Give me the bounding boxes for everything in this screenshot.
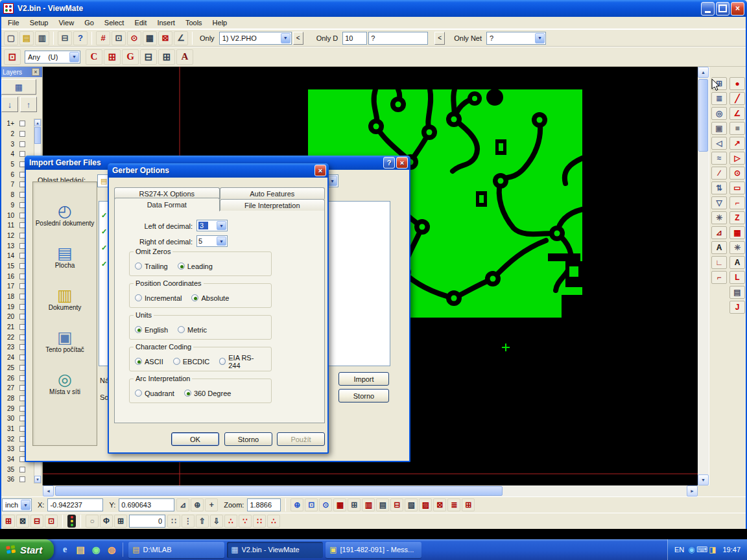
radio-incremental[interactable]: Incremental [135,294,182,302]
task-messenger[interactable]: ▣[191-482-091] - Mess... [326,542,421,558]
slope-icon[interactable]: ⊿ [176,498,189,511]
pad-view-icon[interactable]: ◎ [711,107,727,120]
select-a-icon[interactable]: A [176,49,193,65]
report-icon[interactable]: ≣ [447,498,460,511]
left-of-decimal-combo[interactable]: 3 ▼ [196,220,228,231]
text-tool-icon[interactable]: A [711,241,727,254]
select-g-icon[interactable]: G [122,49,139,65]
zoom-sel-icon[interactable]: ⊡ [305,498,318,511]
down-anchor-icon[interactable]: ⇩ [210,515,223,528]
snap1-icon[interactable]: ⊞ [2,515,15,528]
prev-dcode-button[interactable]: < [434,32,445,45]
layer-row-36[interactable]: 36 [0,474,33,485]
mask-grid-icon[interactable]: ⊠ [433,498,446,511]
radio-eia-rs-244[interactable]: EIA RS-244 [219,354,261,369]
tab-file-interpretation[interactable]: File Interpretation [220,199,326,211]
only-layer-label[interactable]: Only [200,34,215,42]
green-app-icon[interactable]: ◉ [89,542,103,557]
wave-tool-icon[interactable]: ≈ [711,152,727,165]
dcode-grid-icon[interactable]: ▦ [333,498,346,511]
layer-row-1[interactable]: 1+ [0,119,33,129]
traffic-light-icon[interactable] [67,515,76,528]
combo-arrow-icon[interactable]: ▼ [217,237,226,246]
app-titlebar[interactable]: V2.bin - ViewMate × [0,0,747,17]
layer-checkbox[interactable] [19,141,25,147]
rotate-tool-icon[interactable]: ◁ [711,137,727,150]
red-dots4-icon[interactable]: ∴ [267,515,280,528]
menu-select[interactable]: Select [99,18,130,28]
aperture-list-icon[interactable]: ⊡ [112,31,126,45]
rect-draw-icon[interactable]: ▭ [729,181,745,194]
menu-view[interactable]: View [53,18,79,28]
radio-leading[interactable]: Leading [178,262,213,270]
radio-trailing[interactable]: Trailing [135,262,168,270]
phi-icon[interactable]: Φ [100,515,113,528]
ie-icon[interactable]: e [58,542,72,557]
layer-grid-button[interactable]: ▦ [1,79,36,95]
pad-stack-icon[interactable]: ⊟ [140,49,157,65]
dialog-help-button[interactable]: ? [383,157,395,169]
layer-row-2[interactable]: 2 [0,129,33,139]
task-viewmate[interactable]: ▦V2.bin - ViewMate [227,542,323,558]
net-table-icon[interactable]: ⊟ [390,498,403,511]
x-coordinate-input[interactable] [47,498,103,511]
layer-checkbox[interactable] [19,476,25,482]
dcode-filter-input[interactable] [368,32,428,45]
menu-go[interactable]: Go [79,18,99,28]
polyline-draw-icon[interactable]: ∠ [729,107,745,120]
vertical-scrollbar[interactable]: ▲ ▼ [698,67,709,485]
layer-checkbox[interactable] [19,467,25,472]
menu-setup[interactable]: Setup [25,18,54,28]
scroll-down-icon[interactable]: ▼ [698,474,709,485]
radio-english[interactable]: English [135,326,168,334]
tab-data-format[interactable]: Data Format [114,198,220,211]
apply-button[interactable]: Použít [277,432,325,446]
import-button[interactable]: Import [338,372,389,386]
plot-icon[interactable]: ▤ [729,286,745,299]
net-table2-icon[interactable]: ▧ [405,498,418,511]
scroll-right-icon[interactable]: ► [687,485,698,496]
export-grid-icon[interactable]: ⊞ [462,498,475,511]
circle-draw-icon[interactable]: ⊙ [729,167,745,180]
scroll-up-icon[interactable]: ▲ [698,67,709,78]
radio-360-degree[interactable]: 360 Degree [184,390,231,397]
print-icon[interactable]: ⊟ [58,31,72,45]
layers-panel-header[interactable]: Layers × [0,67,42,77]
selection-mode-combo[interactable]: Any (U) ▼ [25,51,80,64]
up-anchor-icon[interactable]: ⇧ [196,515,209,528]
origin-icon[interactable]: ⊕ [191,498,204,511]
zoom-in-icon[interactable]: ⊕ [290,498,303,511]
slope-tool-icon[interactable]: ∕ [711,167,727,180]
grid-settings-icon[interactable]: ⊞ [114,515,127,528]
films-icon[interactable]: ▦ [143,31,157,45]
dialog-close-button[interactable]: × [314,165,326,176]
prev-layer-button[interactable]: < [293,32,303,45]
net-combo[interactable]: ? ▼ [486,32,546,45]
swap-tool-icon[interactable]: ⇅ [711,181,727,194]
zoom-input[interactable] [247,498,281,511]
crosshair-icon[interactable]: + [205,498,218,511]
folder-launch-icon[interactable]: ▤ [73,542,88,557]
dcode-select-icon[interactable]: ⊡ [4,49,21,65]
pad-draw-icon[interactable]: ● [729,77,745,90]
language-indicator[interactable]: EN [674,546,684,554]
net-grid-icon[interactable]: ⊞ [158,49,175,65]
balloon-icon[interactable]: ○ [86,515,99,528]
dcode-grid2-icon[interactable]: ⊞ [348,498,361,511]
scroll-thumb[interactable] [34,127,41,144]
dcode-input[interactable] [342,32,367,45]
browser-icon[interactable]: ◍ [104,542,119,557]
y-coordinate-input[interactable] [119,498,174,511]
scroll-down-icon[interactable]: ▼ [34,476,41,483]
menu-edit[interactable]: Edit [129,18,152,28]
select-c-icon[interactable]: C [86,49,102,65]
polygon-draw-icon[interactable]: ▷ [729,152,745,165]
dialog-close-button[interactable]: × [396,157,408,169]
open-file-icon[interactable]: ▤ [19,31,34,45]
keyboard-tray-icon[interactable]: ⌨ [696,545,707,554]
volume-tray-icon[interactable]: ◨ [709,545,716,554]
combo-arrow-icon[interactable]: ▼ [69,52,79,62]
menu-tools[interactable]: Tools [180,18,208,28]
layer-checkbox[interactable] [19,121,25,126]
layer-down-button[interactable]: ↓ [1,97,18,112]
